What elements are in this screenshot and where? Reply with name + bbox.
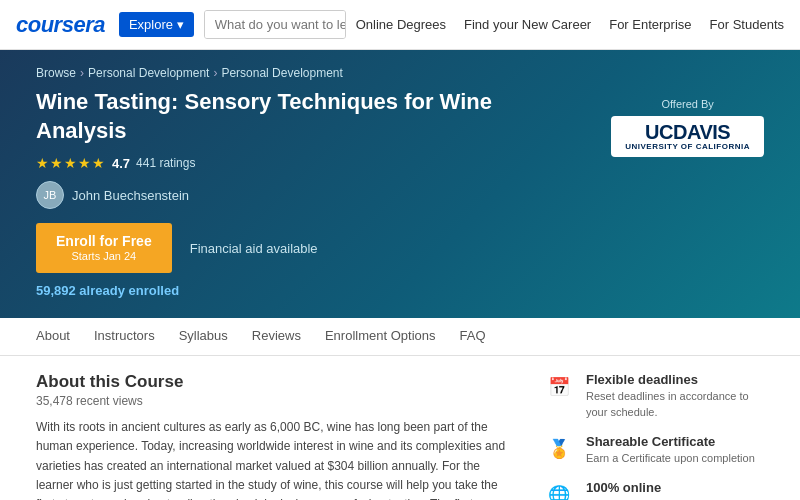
content-left: About this Course 35,478 recent views Wi… (36, 372, 514, 500)
enroll-button[interactable]: Enroll for Free Starts Jan 24 (36, 223, 172, 273)
ucdavis-name: UCDAVIS (625, 122, 750, 142)
course-title: Wine Tasting: Sensory Techniques for Win… (36, 88, 556, 145)
star-icons: ★★★★★ (36, 155, 106, 171)
tab-instructors[interactable]: Instructors (94, 318, 155, 355)
nav-online-degrees[interactable]: Online Degrees (356, 17, 446, 32)
enrolled-count: 59,892 already enrolled (36, 283, 556, 298)
financial-aid-text: Financial aid available (190, 241, 318, 256)
course-description: With its roots in ancient cultures as ea… (36, 418, 514, 500)
course-nav: About Instructors Syllabus Reviews Enrol… (0, 318, 800, 356)
hero-right: Offered By UCDAVIS UNIVERSITY OF CALIFOR… (611, 98, 764, 157)
rating-row: ★★★★★ 4.7 441 ratings (36, 155, 556, 171)
hero-section: Browse › Personal Development › Personal… (0, 50, 800, 318)
nav-find-career[interactable]: Find your New Career (464, 17, 591, 32)
feature-shareable-cert: 🏅 Shareable Certificate Earn a Certifica… (544, 434, 764, 466)
feature-desc-1: Earn a Certificate upon completion (586, 451, 755, 466)
header-nav: Online Degrees Find your New Career For … (356, 17, 784, 32)
breadcrumb-personal-dev2[interactable]: Personal Development (221, 66, 342, 80)
header: coursera Explore ▾ 🔍 Online Degrees Find… (0, 0, 800, 50)
tab-enrollment-options[interactable]: Enrollment Options (325, 318, 436, 355)
nav-students[interactable]: For Students (710, 17, 784, 32)
feature-desc-0: Reset deadlines in accordance to your sc… (586, 389, 764, 420)
search-input[interactable] (205, 11, 346, 38)
enroll-row: Enroll for Free Starts Jan 24 Financial … (36, 223, 556, 273)
rating-count: 441 ratings (136, 156, 195, 170)
calendar-icon: 📅 (544, 372, 574, 402)
about-section-title: About this Course (36, 372, 514, 392)
search-bar: 🔍 (204, 10, 346, 39)
breadcrumb: Browse › Personal Development › Personal… (36, 66, 764, 80)
recent-views: 35,478 recent views (36, 394, 514, 408)
instructor-name: John Buechsenstein (72, 188, 189, 203)
feature-title-1: Shareable Certificate (586, 434, 755, 449)
tab-syllabus[interactable]: Syllabus (179, 318, 228, 355)
breadcrumb-personal-dev1[interactable]: Personal Development (88, 66, 209, 80)
certificate-icon: 🏅 (544, 434, 574, 464)
ucdavis-logo[interactable]: UCDAVIS UNIVERSITY OF CALIFORNIA (611, 116, 764, 157)
avatar: JB (36, 181, 64, 209)
instructor-row: JB John Buechsenstein (36, 181, 556, 209)
main-content: About this Course 35,478 recent views Wi… (0, 356, 800, 500)
rating-value: 4.7 (112, 156, 130, 171)
tab-reviews[interactable]: Reviews (252, 318, 301, 355)
coursera-logo: coursera (16, 12, 105, 38)
breadcrumb-browse[interactable]: Browse (36, 66, 76, 80)
offered-by-label: Offered By (611, 98, 764, 110)
tab-about[interactable]: About (36, 318, 70, 355)
globe-icon: 🌐 (544, 480, 574, 500)
ucdavis-sub: UNIVERSITY OF CALIFORNIA (625, 142, 750, 151)
tab-faq[interactable]: FAQ (460, 318, 486, 355)
enroll-label: Enroll for Free (56, 233, 152, 250)
feature-title-2: 100% online (586, 480, 764, 495)
content-right: 📅 Flexible deadlines Reset deadlines in … (544, 372, 764, 500)
hero-left: Wine Tasting: Sensory Techniques for Win… (36, 88, 556, 298)
feature-online: 🌐 100% online Start instantly and learn … (544, 480, 764, 500)
feature-flexible-deadlines: 📅 Flexible deadlines Reset deadlines in … (544, 372, 764, 420)
enroll-starts: Starts Jan 24 (56, 250, 152, 263)
feature-title-0: Flexible deadlines (586, 372, 764, 387)
nav-enterprise[interactable]: For Enterprise (609, 17, 691, 32)
explore-button[interactable]: Explore ▾ (119, 12, 194, 37)
